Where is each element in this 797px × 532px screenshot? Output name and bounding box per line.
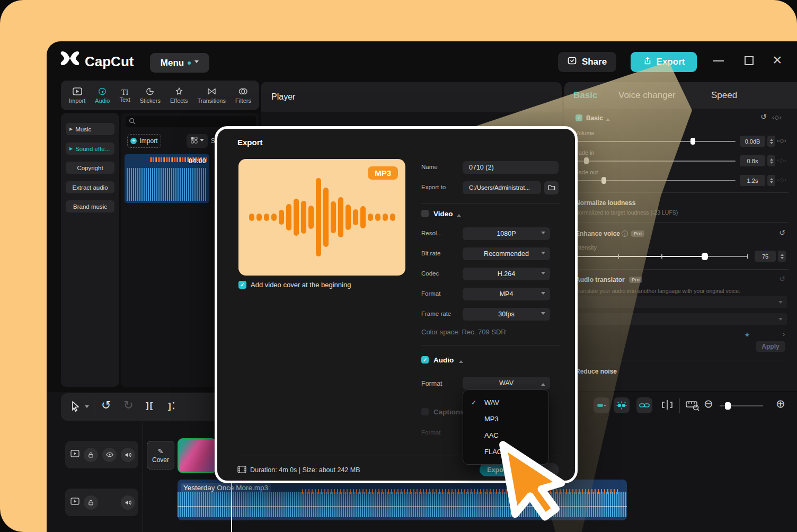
fade-in-stepper[interactable]	[767, 155, 775, 166]
resolution-select[interactable]: 1080P	[463, 227, 550, 240]
undo-icon[interactable]: ↺	[101, 398, 111, 412]
export-button-top[interactable]: Export	[631, 52, 697, 72]
main-track-icon[interactable]	[70, 498, 79, 507]
collapse-icon[interactable]	[606, 116, 610, 121]
fade-in-keyframe-icon[interactable]: ‹◇›	[777, 157, 787, 164]
fade-out-value[interactable]: 1.2s	[740, 175, 765, 186]
export-to-input[interactable]: C:/Users/Administrat...	[463, 181, 541, 194]
speaker-icon[interactable]	[121, 448, 135, 462]
cover-button[interactable]: ✎ Cover	[147, 441, 174, 469]
lock-icon[interactable]	[84, 495, 98, 510]
basic-checkbox[interactable]	[575, 114, 582, 121]
fade-in-slider[interactable]	[575, 161, 736, 162]
audio-format-select[interactable]: WAV	[463, 377, 550, 389]
menu-button[interactable]: Menu	[150, 53, 209, 73]
bitrate-select[interactable]: Recommended	[463, 247, 550, 260]
translator-source-select[interactable]	[575, 296, 787, 308]
toolbar-item-stickers[interactable]: Stickers	[140, 87, 161, 104]
fade-in-value[interactable]: 0.8s	[740, 155, 765, 166]
split-dotted-icon[interactable]: ]⁚	[168, 401, 176, 412]
sound-effect-thumbnail[interactable]: 04:00	[125, 154, 209, 203]
toolbar-item-filters[interactable]: Filters	[235, 87, 251, 104]
apply-button[interactable]: Apply	[756, 341, 785, 352]
toolbar-item-audio[interactable]: Audio	[95, 87, 110, 104]
sidebar-item-brand-music[interactable]: Brand music	[66, 200, 114, 212]
resolution-label: Resol...	[421, 230, 442, 236]
sidebar-item-copyright[interactable]: Copyright	[66, 162, 114, 174]
select-tool-chevron[interactable]	[85, 405, 89, 410]
grid-view-icon	[191, 136, 198, 146]
keyframe-icon[interactable]: ‹◇›	[772, 114, 782, 121]
dropdown-option-mp3[interactable]: MP3	[463, 411, 548, 427]
codec-select[interactable]: H.264	[463, 268, 550, 280]
video-clip[interactable]	[178, 438, 217, 473]
maximize-button[interactable]	[745, 56, 754, 65]
lock-icon[interactable]	[84, 448, 98, 462]
split-icon[interactable]: ][	[146, 401, 154, 411]
video-format-select[interactable]: MP4	[463, 288, 550, 300]
ruler-icon[interactable]	[685, 399, 700, 414]
intensity-slider[interactable]	[575, 256, 748, 257]
fade-in-slider-knob[interactable]	[584, 157, 589, 164]
intensity-slider-knob[interactable]	[702, 253, 708, 260]
volume-keyframe-icon[interactable]: ‹◇›	[777, 137, 787, 144]
volume-stepper[interactable]	[767, 136, 775, 147]
audio-collapse-icon[interactable]	[459, 358, 463, 363]
link-toggle[interactable]	[636, 397, 652, 413]
inspector-tabs: Basic Voice changer Speed	[564, 82, 797, 109]
eye-icon[interactable]	[102, 448, 117, 462]
fade-out-stepper[interactable]	[767, 175, 775, 186]
video-collapse-icon[interactable]	[457, 212, 461, 217]
intensity-stepper[interactable]	[778, 251, 786, 262]
name-input[interactable]: 0710 (2)	[463, 161, 559, 174]
sidebar-item-sound-effects[interactable]: ▶ Sound effe...	[66, 143, 114, 155]
export-to-label: Export to	[421, 184, 446, 190]
toolbar-item-import[interactable]: Import	[69, 87, 85, 104]
info-icon[interactable]: i	[622, 230, 628, 237]
speaker-icon[interactable]	[121, 495, 135, 510]
volume-slider-knob[interactable]	[690, 138, 695, 145]
toolbar-item-text[interactable]: TI Text	[120, 88, 130, 103]
fade-out-slider-knob[interactable]	[601, 177, 606, 184]
chevron-right-icon[interactable]: ›	[783, 330, 785, 338]
sidebar-item-extract-audio[interactable]: Extract audio	[66, 181, 114, 193]
cover-checkbox[interactable]	[238, 281, 246, 289]
sidebar-item-music[interactable]: ▶ Music	[66, 123, 114, 135]
redo-icon[interactable]: ↻	[123, 398, 133, 412]
trim-icon[interactable]	[660, 399, 674, 413]
select-tool-icon[interactable]	[70, 401, 81, 414]
import-media-button[interactable]: + Import	[127, 134, 161, 148]
timeline-zoom-knob[interactable]	[725, 402, 731, 410]
translator-reset-icon[interactable]: ↺	[779, 274, 785, 283]
toolbar-item-effects[interactable]: Effects	[170, 87, 188, 104]
cover-checkbox-row[interactable]: Add video cover at the beginning	[238, 281, 351, 289]
zoom-out-icon[interactable]: ⊖	[704, 397, 713, 410]
toolbar-item-transitions[interactable]: Transitions	[198, 87, 226, 104]
auto-ripple-toggle[interactable]	[594, 397, 609, 413]
view-mode-button[interactable]	[187, 134, 208, 148]
tab-basic[interactable]: Basic	[573, 90, 597, 101]
zoom-in-icon[interactable]: ⊕	[776, 397, 785, 410]
share-button[interactable]: Share	[558, 52, 616, 72]
reset-icon[interactable]: ↺	[760, 112, 767, 121]
video-checkbox[interactable]	[421, 210, 429, 217]
fade-out-keyframe-icon[interactable]: ‹◇›	[777, 176, 787, 183]
audio-checkbox[interactable]	[421, 356, 429, 363]
split-preview-toggle[interactable]	[614, 397, 630, 413]
search-input[interactable]	[126, 116, 256, 127]
volume-slider[interactable]	[575, 141, 736, 142]
enhance-reset-icon[interactable]: ↺	[779, 228, 785, 237]
browse-folder-button[interactable]	[544, 181, 559, 194]
fade-out-slider[interactable]	[575, 180, 736, 181]
translator-target-select[interactable]	[575, 313, 787, 325]
volume-value[interactable]: 0.0dB	[740, 136, 765, 147]
main-track-icon[interactable]	[70, 450, 79, 459]
dropdown-option-wav[interactable]: ✓WAV	[463, 394, 548, 411]
tab-speed[interactable]: Speed	[711, 90, 737, 101]
captions-checkbox[interactable]	[421, 408, 429, 415]
tab-voice-changer[interactable]: Voice changer	[618, 90, 676, 101]
framerate-select[interactable]: 30fps	[463, 308, 550, 321]
close-button[interactable]: ×	[773, 52, 782, 68]
minimize-button[interactable]	[713, 60, 724, 61]
intensity-value[interactable]: 75	[755, 251, 776, 262]
